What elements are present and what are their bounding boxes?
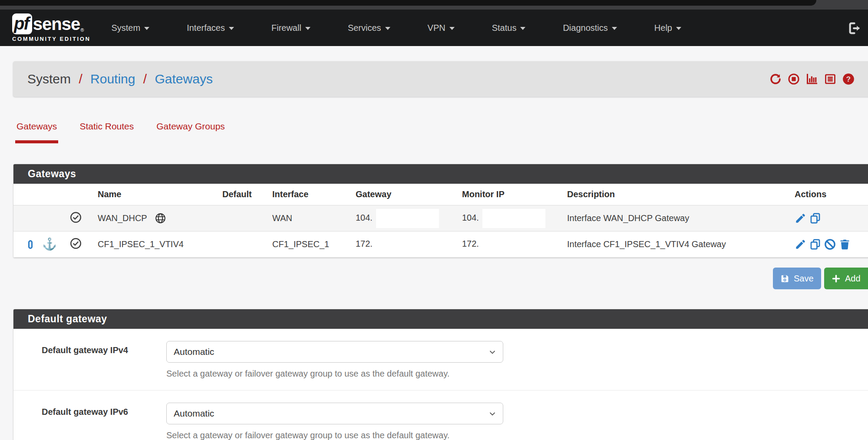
gateway-name: WAN_DHCP [98, 213, 147, 223]
add-button-label: Add [845, 274, 861, 284]
cell-monitor-ip: 104. [453, 205, 558, 232]
redaction-box [482, 209, 545, 228]
pfsense-logo[interactable]: pf sense ® COMMUNITY EDITION [12, 13, 90, 42]
stop-circle-icon[interactable] [788, 73, 800, 85]
svg-text:?: ? [846, 75, 851, 83]
cell-select [13, 205, 61, 232]
sign-out-icon[interactable] [848, 21, 862, 37]
community-edition-label: COMMUNITY EDITION [12, 36, 90, 42]
save-button-label: Save [794, 274, 814, 284]
nav-item-interfaces[interactable]: Interfaces [187, 23, 253, 33]
cell-monitor-ip: 172. [453, 232, 558, 258]
caret-down-icon [144, 27, 149, 30]
nav-item-label: Help [654, 23, 672, 33]
nav-item-status[interactable]: Status [492, 23, 545, 33]
nav-item-label: Services [348, 23, 381, 33]
caret-down-icon [612, 27, 617, 30]
col-name: Name [89, 184, 214, 205]
nav-item-label: VPN [428, 23, 446, 33]
monitor-ip: 172. [462, 239, 479, 248]
gateway-ip: 172. [356, 239, 373, 248]
breadcrumb-separator: / [143, 72, 147, 86]
nav-item-diagnostics[interactable]: Diagnostics [563, 23, 635, 33]
cell-name: WAN_DHCP [89, 205, 214, 232]
add-button[interactable]: Add [824, 268, 868, 289]
col-gateway: Gateway [347, 184, 453, 205]
window-chrome-edge [0, 0, 816, 6]
top-navbar: pf sense ® COMMUNITY EDITION System Inte… [0, 10, 868, 46]
tab-gateways[interactable]: Gateways [15, 121, 58, 143]
help-circle-icon[interactable]: ? [842, 73, 855, 85]
pfsense-logo-sense: sense [33, 14, 80, 34]
breadcrumb-link-routing[interactable]: Routing [90, 72, 135, 86]
registered-mark: ® [80, 27, 84, 33]
circle-check-icon [70, 238, 82, 249]
breadcrumb-separator: / [79, 72, 82, 86]
cell-gateway: 104. [347, 205, 453, 232]
cell-status [61, 205, 89, 232]
form-row-ipv6: Default gateway IPv6 Automatic Select a … [13, 390, 868, 440]
cell-interface: CF1_IPSEC_1 [264, 232, 347, 258]
tab-label: Gateway Groups [156, 121, 225, 131]
table-header-row: Name Default Interface Gateway Monitor I… [13, 184, 868, 205]
tab-static-routes[interactable]: Static Routes [78, 121, 135, 143]
breadcrumb-actions: ? [769, 61, 855, 97]
nav-item-firewall[interactable]: Firewall [271, 23, 329, 33]
circle-check-icon [70, 212, 82, 223]
refresh-icon[interactable] [769, 73, 782, 85]
redaction-box [482, 235, 545, 254]
nav-item-label: Status [492, 23, 517, 33]
breadcrumb-section: System [27, 72, 71, 86]
delete-trash-icon[interactable] [839, 238, 851, 250]
copy-icon[interactable] [809, 238, 821, 250]
tab-gateway-groups[interactable]: Gateway Groups [155, 121, 226, 143]
breadcrumb-link-gateways[interactable]: Gateways [155, 72, 213, 86]
gateways-table: Name Default Interface Gateway Monitor I… [13, 184, 868, 258]
default-gateway-ipv4-select[interactable]: Automatic [166, 341, 503, 363]
save-button[interactable]: Save [773, 268, 821, 289]
edit-pencil-icon[interactable] [795, 212, 806, 224]
chevron-down-icon [489, 349, 496, 356]
nav-item-services[interactable]: Services [348, 23, 409, 33]
cell-description: Interface CF1_IPSEC_1_VTIV4 Gateway [558, 232, 786, 258]
anchor-icon: ⚓ [42, 238, 57, 250]
cell-actions [786, 232, 868, 258]
nav-item-label: System [111, 23, 140, 33]
cell-default [214, 205, 264, 232]
redaction-box [376, 209, 439, 228]
selected-value: Automatic [174, 408, 214, 419]
copy-icon[interactable] [809, 212, 821, 224]
caret-down-icon [449, 27, 455, 30]
row-checkbox[interactable] [28, 240, 33, 249]
selected-value: Automatic [174, 347, 214, 357]
nav-item-vpn[interactable]: VPN [428, 23, 473, 33]
default-gateway-ipv4-label: Default gateway IPv4 [42, 345, 128, 355]
page-content: System / Routing / Gateways [13, 61, 868, 440]
col-monitor-ip: Monitor IP [453, 184, 558, 205]
disable-ban-icon[interactable] [824, 238, 836, 250]
pfsense-logo-pf: pf [12, 13, 32, 34]
log-list-icon[interactable] [824, 73, 836, 85]
cell-actions [786, 205, 868, 232]
cell-description: Interface WAN_DHCP Gateway [558, 205, 786, 232]
col-description: Description [558, 184, 786, 205]
default-gateway-ipv6-label: Default gateway IPv6 [42, 407, 128, 417]
caret-down-icon [305, 27, 310, 30]
default-gateway-panel-title: Default gateway [13, 309, 868, 329]
cell-interface: WAN [264, 205, 347, 232]
redaction-box [376, 235, 439, 254]
col-default: Default [214, 184, 264, 205]
default-gateway-ipv6-select[interactable]: Automatic [166, 403, 503, 424]
nav-item-help[interactable]: Help [654, 23, 700, 33]
col-actions: Actions [786, 184, 868, 205]
pfsense-logo-wordmark: pf sense ® [12, 13, 90, 34]
bar-chart-icon[interactable] [806, 73, 818, 85]
col-select [13, 184, 61, 205]
globe-icon [155, 213, 166, 224]
nav-item-system[interactable]: System [111, 23, 168, 33]
cell-default [214, 232, 264, 258]
button-row: Save Add [13, 268, 868, 289]
routing-tabs: Gateways Static Routes Gateway Groups [15, 121, 868, 143]
gateways-panel-title: Gateways [13, 164, 868, 184]
edit-pencil-icon[interactable] [795, 238, 806, 250]
